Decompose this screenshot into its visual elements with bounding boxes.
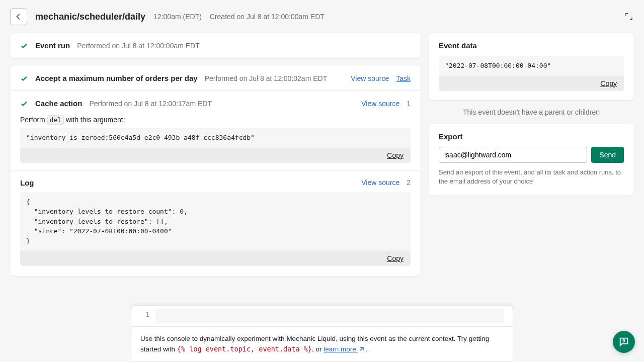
event-run-title: Event run xyxy=(35,41,70,50)
task-link[interactable]: Task xyxy=(396,74,411,82)
cache-copy-button[interactable]: Copy xyxy=(387,151,404,159)
help-fab-button[interactable] xyxy=(613,331,635,353)
event-created: Created on Jul 8 at 12:00:00am EDT xyxy=(210,13,325,21)
task-action-card: Accept a maximum number of orders per da… xyxy=(10,66,421,276)
console-line-number: 1 xyxy=(131,306,155,326)
perform-command: del xyxy=(47,115,64,125)
cache-action-time: Performed on Jul 8 at 12:00:17am EDT xyxy=(89,100,212,108)
cache-argument-content: "inventory_is_zeroed:560c4a5d-e2c0-493b-… xyxy=(20,128,411,148)
event-data-content: "2022-07-08T00:00:00-04:00" xyxy=(439,56,624,76)
learn-more-link[interactable]: learn more xyxy=(324,345,364,353)
liquid-console: 1 Use this console to dynamically experi… xyxy=(131,305,513,363)
cache-view-source-link[interactable]: View source xyxy=(361,100,399,108)
chat-help-icon xyxy=(618,336,629,347)
console-hint: Use this console to dynamically experime… xyxy=(131,327,513,362)
check-icon xyxy=(20,100,28,108)
task-view-source-link[interactable]: View source xyxy=(351,74,389,82)
external-link-icon xyxy=(358,346,364,352)
export-card: Export Send Send an export of this event… xyxy=(429,124,634,196)
parent-children-message: This event doesn't have a parent or chil… xyxy=(429,108,634,116)
log-title: Log xyxy=(20,178,34,187)
event-data-block: "2022-07-08T00:00:00-04:00" Copy xyxy=(439,56,624,91)
log-badge: 2 xyxy=(407,178,411,187)
log-block: { "inventory_levels_to_restore_count": 0… xyxy=(20,192,411,266)
log-view-source-link[interactable]: View source xyxy=(361,178,399,187)
fullscreen-button[interactable] xyxy=(624,12,634,22)
task-run-time: Performed on Jul 8 at 12:00:02am EDT xyxy=(205,74,328,82)
event-run-card: Event run Performed on Jul 8 at 12:00:00… xyxy=(10,33,421,58)
console-editor-line[interactable] xyxy=(155,309,504,323)
perform-line: Perform del with this argument: xyxy=(20,116,411,124)
back-button[interactable] xyxy=(10,8,27,25)
log-copy-button[interactable]: Copy xyxy=(387,254,404,262)
event-data-card: Event data "2022-07-08T00:00:00-04:00" C… xyxy=(429,33,634,100)
event-time: 12:00am (EDT) xyxy=(153,13,202,21)
event-data-copy-button[interactable]: Copy xyxy=(600,79,617,87)
event-data-title: Event data xyxy=(429,33,634,56)
cache-action-title: Cache action xyxy=(35,99,82,108)
arrow-left-icon xyxy=(14,12,23,21)
check-icon xyxy=(20,74,28,82)
cache-badge: 1 xyxy=(407,100,411,108)
check-icon xyxy=(20,42,28,50)
task-run-title: Accept a maximum number of orders per da… xyxy=(35,74,198,82)
export-email-input[interactable] xyxy=(439,147,587,163)
cache-argument-block: "inventory_is_zeroed:560c4a5d-e2c0-493b-… xyxy=(20,128,411,163)
page-title: mechanic/scheduler/daily xyxy=(35,12,145,22)
event-run-time: Performed on Jul 8 at 12:00:00am EDT xyxy=(77,42,200,50)
expand-icon xyxy=(624,12,634,22)
export-send-button[interactable]: Send xyxy=(591,147,624,163)
console-hint-code: {% log event.topic, event.data %} xyxy=(177,345,312,353)
export-title: Export xyxy=(429,124,634,147)
log-content: { "inventory_levels_to_restore_count": 0… xyxy=(20,192,411,251)
export-description: Send an export of this event, and all it… xyxy=(429,163,634,196)
